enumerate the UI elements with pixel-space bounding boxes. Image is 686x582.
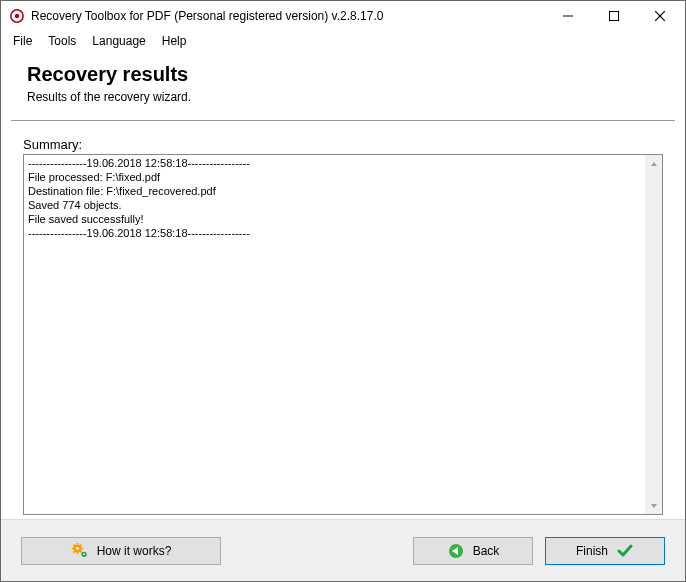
svg-rect-3 xyxy=(610,12,619,21)
summary-textarea[interactable]: ----------------19.06.2018 12:58:18-----… xyxy=(23,154,663,515)
arrow-left-icon xyxy=(447,542,465,560)
scroll-down-icon[interactable] xyxy=(645,497,662,514)
svg-line-14 xyxy=(73,544,74,545)
app-icon xyxy=(9,8,25,24)
gear-icon xyxy=(71,542,89,560)
finish-button[interactable]: Finish xyxy=(545,537,665,565)
how-it-works-button[interactable]: How it works? xyxy=(21,537,221,565)
app-window: Recovery Toolbox for PDF (Personal regis… xyxy=(0,0,686,582)
footer-bar: How it works? Back Finish xyxy=(1,519,685,581)
summary-log: ----------------19.06.2018 12:58:18-----… xyxy=(24,155,645,514)
svg-line-15 xyxy=(80,551,81,552)
window-title: Recovery Toolbox for PDF (Personal regis… xyxy=(31,9,383,23)
title-bar: Recovery Toolbox for PDF (Personal regis… xyxy=(1,1,685,31)
summary-section: Summary: ----------------19.06.2018 12:5… xyxy=(1,121,685,519)
check-icon xyxy=(616,542,634,560)
page-subtitle: Results of the recovery wizard. xyxy=(27,90,659,104)
finish-label: Finish xyxy=(576,544,608,558)
close-button[interactable] xyxy=(637,1,683,31)
page-title: Recovery results xyxy=(27,63,659,86)
svg-point-19 xyxy=(83,553,85,555)
scroll-track[interactable] xyxy=(645,172,662,497)
back-button[interactable]: Back xyxy=(413,537,533,565)
menu-help[interactable]: Help xyxy=(154,32,195,50)
minimize-button[interactable] xyxy=(545,1,591,31)
scroll-up-icon[interactable] xyxy=(645,155,662,172)
summary-label: Summary: xyxy=(23,137,663,152)
svg-point-9 xyxy=(76,547,79,550)
svg-line-17 xyxy=(80,544,81,545)
scrollbar[interactable] xyxy=(645,155,662,514)
menu-bar: File Tools Language Help xyxy=(1,31,685,51)
menu-language[interactable]: Language xyxy=(84,32,153,50)
page-header: Recovery results Results of the recovery… xyxy=(1,51,685,114)
svg-line-16 xyxy=(73,551,74,552)
back-label: Back xyxy=(473,544,500,558)
menu-tools[interactable]: Tools xyxy=(40,32,84,50)
maximize-button[interactable] xyxy=(591,1,637,31)
menu-file[interactable]: File xyxy=(5,32,40,50)
svg-marker-6 xyxy=(651,162,657,166)
how-it-works-label: How it works? xyxy=(97,544,172,558)
svg-marker-7 xyxy=(651,504,657,508)
svg-point-1 xyxy=(15,14,19,18)
